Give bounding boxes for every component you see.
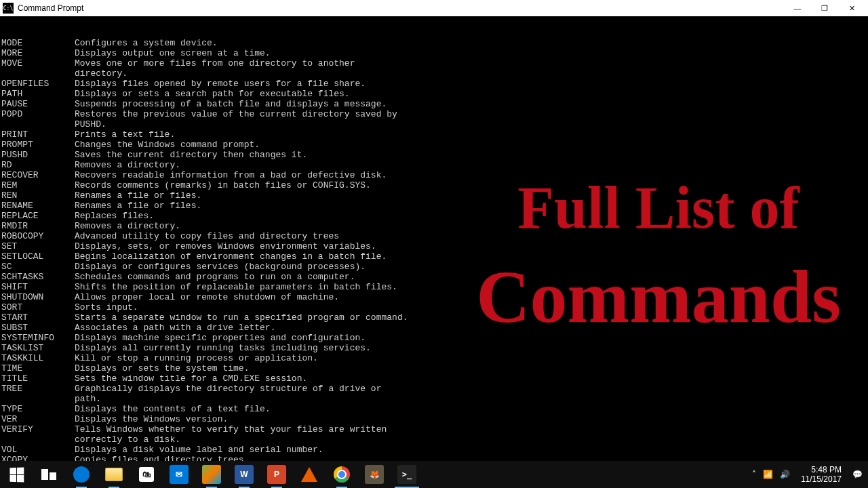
command-row: STARTStarts a separate window to run a s… [1, 312, 868, 323]
command-row: TREEGraphically displays the directory s… [1, 384, 868, 394]
taskbar-mail[interactable]: ✉ [163, 461, 195, 488]
command-description: Displays the contents of a text file. [75, 404, 271, 414]
command-row: TASKLISTDisplays all currently running t… [1, 343, 868, 353]
command-row: POPDRestores the previous value of the c… [1, 109, 868, 119]
command-description: Removes a directory. [75, 221, 180, 231]
command-name: PRINT [1, 129, 75, 140]
command-row: ROBOCOPYAdvanced utility to copy files a… [1, 231, 868, 241]
command-description: correctly to a disk. [75, 434, 180, 445]
clock[interactable]: 5:48 PM 11/15/2017 [797, 465, 846, 485]
taskbar-powerpoint[interactable]: P [260, 461, 293, 488]
command-description: Schedules commands and programs to run o… [75, 272, 355, 282]
command-name: OPENFILES [1, 79, 75, 89]
command-description: Displays, sets, or removes Windows envir… [75, 241, 376, 251]
minimize-button[interactable]: — [784, 0, 811, 16]
command-row: SCDisplays or configures services (backg… [1, 262, 868, 272]
task-view-icon [41, 469, 56, 480]
taskbar-store[interactable]: 🛍 [130, 461, 163, 488]
command-row: RDRemoves a directory. [1, 160, 868, 170]
mail-icon: ✉ [170, 465, 189, 484]
command-row: directory. [1, 68, 868, 79]
command-name: TASKKILL [1, 353, 75, 363]
command-description: Allows proper local or remote shutdown o… [75, 292, 339, 302]
command-name: TASKLIST [1, 343, 75, 353]
command-row: REMRecords comments (remarks) in batch f… [1, 180, 868, 190]
close-button[interactable]: ✕ [838, 0, 865, 16]
taskbar-word[interactable]: W [228, 461, 260, 488]
console-output[interactable]: MODEConfigures a system device.MOREDispl… [0, 16, 868, 461]
command-name: ROBOCOPY [1, 231, 75, 241]
command-name: RENAME [1, 201, 75, 211]
command-description: Recovers readable information from a bad… [75, 170, 387, 180]
command-name: MOVE [1, 58, 75, 68]
taskbar-explorer[interactable] [98, 461, 130, 488]
command-row: SHUTDOWNAllows proper local or remote sh… [1, 292, 868, 302]
command-description: Displays all currently running tasks inc… [75, 343, 371, 353]
command-row: PROMPTChanges the Windows command prompt… [1, 140, 868, 150]
taskbar-edge[interactable] [65, 461, 98, 488]
action-center-icon[interactable]: 💬 [852, 470, 863, 479]
command-name: TREE [1, 384, 75, 394]
command-name: POPD [1, 109, 75, 119]
task-view-button[interactable] [33, 461, 65, 488]
command-name: SETLOCAL [1, 251, 75, 262]
command-row: RMDIRRemoves a directory. [1, 221, 868, 231]
command-row: TITLESets the window title for a CMD.EXE… [1, 373, 868, 384]
system-tray[interactable]: ˄ 📶 🔊 5:48 PM 11/15/2017 💬 [747, 461, 868, 488]
command-description: Shifts the position of replaceable param… [75, 282, 397, 292]
command-name: REPLACE [1, 211, 75, 221]
start-button[interactable] [0, 461, 33, 488]
command-name: SHIFT [1, 282, 75, 292]
command-row: RENAMERenames a file or files. [1, 201, 868, 211]
network-icon[interactable]: 📶 [763, 470, 773, 479]
command-row: MOREDisplays output one screen at a time… [1, 48, 868, 58]
command-row: TYPEDisplays the contents of a text file… [1, 404, 868, 414]
maximize-button[interactable]: ❐ [811, 0, 838, 16]
taskbar-cmd[interactable]: >_ [391, 461, 423, 488]
windows-logo-icon [9, 467, 24, 482]
command-name: SCHTASKS [1, 272, 75, 282]
command-row: SYSTEMINFODisplays machine specific prop… [1, 333, 868, 343]
command-name: SC [1, 262, 75, 272]
command-row: SETLOCALBegins localization of environme… [1, 251, 868, 262]
command-name: MODE [1, 38, 75, 48]
command-description: Displays the Windows version. [75, 414, 228, 424]
command-row: SHIFTShifts the position of replaceable … [1, 282, 868, 292]
command-row: SORTSorts input. [1, 302, 868, 312]
command-description: Starts a separate window to run a specif… [75, 312, 408, 323]
command-row: MODEConfigures a system device. [1, 38, 868, 48]
command-description: Renames a file or files. [75, 201, 201, 211]
command-name: VERIFY [1, 424, 75, 434]
command-name: TIME [1, 363, 75, 373]
command-description: Sets the window title for a CMD.EXE sess… [75, 373, 307, 384]
taskbar-chrome[interactable] [326, 461, 358, 488]
command-description: Moves one or more files from one directo… [75, 58, 355, 68]
command-name: SUBST [1, 323, 75, 333]
command-description: Begins localization of environment chang… [75, 251, 387, 262]
command-name: VER [1, 414, 75, 424]
volume-icon[interactable]: 🔊 [780, 470, 790, 479]
vlc-icon [301, 467, 317, 482]
chrome-icon [334, 466, 350, 483]
command-name: TITLE [1, 373, 75, 384]
store-icon: 🛍 [139, 467, 154, 482]
command-row: TIMEDisplays or sets the system time. [1, 363, 868, 373]
edge-icon [73, 466, 90, 483]
taskbar-vlc[interactable] [293, 461, 326, 488]
terminal-icon: >_ [397, 465, 416, 484]
command-name [1, 68, 75, 79]
command-name: SORT [1, 302, 75, 312]
taskbar-gimp[interactable]: 🦊 [358, 461, 391, 488]
tray-chevron-icon[interactable]: ˄ [752, 470, 756, 479]
gimp-icon: 🦊 [365, 465, 384, 484]
command-name: RD [1, 160, 75, 170]
taskbar-paint[interactable] [195, 461, 228, 488]
command-description: Prints a text file. [75, 129, 175, 140]
paint-icon [202, 465, 221, 484]
command-description: Displays or configures services (backgro… [75, 262, 366, 272]
command-description: directory. [75, 68, 127, 79]
command-description: Displays or sets the system time. [75, 363, 249, 373]
command-description: Configures a system device. [75, 38, 218, 48]
command-description: Associates a path with a drive letter. [75, 323, 275, 333]
command-row: OPENFILESDisplays files opened by remote… [1, 79, 868, 89]
